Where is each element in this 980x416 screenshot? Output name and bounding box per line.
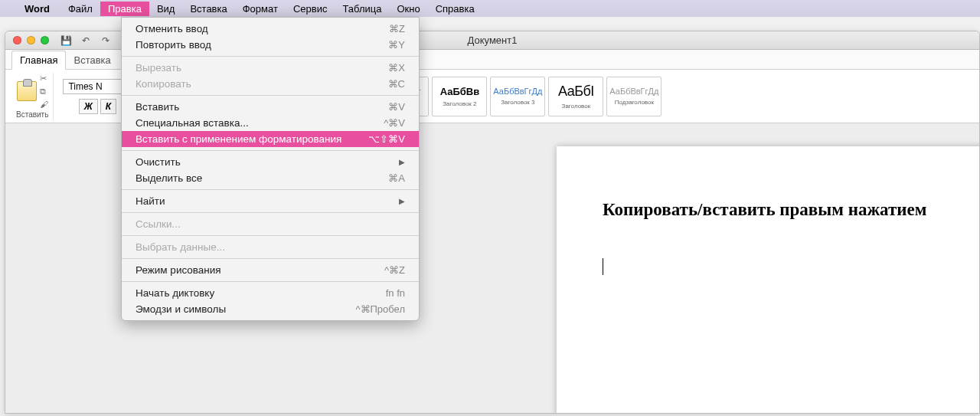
italic-button[interactable]: К: [100, 99, 116, 114]
page[interactable]: Копировать/вставить правым нажатием: [557, 146, 979, 413]
menu-item[interactable]: Режим рисования^⌘Z: [122, 262, 419, 278]
menu-separator: [122, 56, 419, 57]
menu-item[interactable]: Отменить ввод⌘Z: [122, 21, 419, 37]
menu-shortcut: ^⌘V: [384, 117, 405, 129]
redo-icon[interactable]: ↷: [100, 34, 112, 47]
menu-item-label: Вставить с применением форматирования: [136, 133, 341, 145]
menu-separator: [122, 150, 419, 151]
menu-item-label: Режим рисования: [136, 264, 221, 276]
close-icon[interactable]: [13, 36, 21, 44]
menubar-item-сервис[interactable]: Сервис: [286, 2, 335, 16]
quick-access: 💾 ↶ ↷: [60, 34, 112, 47]
app-name[interactable]: Word: [24, 3, 50, 15]
clipboard-group: ✂ ⧉ 🖌 Вставить: [11, 73, 54, 120]
style-card[interactable]: АаБбВвЗаголовок 2: [432, 77, 487, 116]
menubar-item-файл[interactable]: Файл: [60, 2, 100, 16]
style-card[interactable]: АаБбІЗаголовок: [548, 77, 603, 116]
menu-item-label: Специальная вставка...: [136, 117, 249, 129]
traffic-lights: [13, 36, 49, 44]
menu-separator: [122, 212, 419, 213]
menu-item-label: Начать диктовку: [136, 287, 214, 299]
text-cursor: [603, 258, 603, 275]
menu-item[interactable]: Очистить▶: [122, 154, 419, 170]
menu-item[interactable]: Специальная вставка...^⌘V: [122, 115, 419, 131]
menu-item[interactable]: Начать диктовкуfn fn: [122, 285, 419, 301]
menu-separator: [122, 258, 419, 259]
menu-shortcut: ⌘Y: [388, 39, 405, 51]
menu-item-label: Вставить: [136, 101, 179, 113]
menu-item[interactable]: Эмодзи и символы^⌘Пробел: [122, 301, 419, 317]
menu-item[interactable]: Повторить ввод⌘Y: [122, 37, 419, 53]
menubar-item-правка[interactable]: Правка: [100, 2, 149, 16]
menu-shortcut: ⌘X: [388, 62, 405, 74]
menu-item-label: Очистить: [136, 156, 181, 168]
menubar-item-вид[interactable]: Вид: [149, 2, 183, 16]
style-sample: АаБбВвГгДд: [609, 87, 658, 96]
menu-shortcut: ⌘Z: [389, 23, 405, 34]
menubar-item-вставка[interactable]: Вставка: [182, 2, 234, 16]
save-icon[interactable]: 💾: [60, 34, 72, 47]
menu-item-label: Выделить все: [136, 172, 202, 184]
menu-shortcut: ⌘V: [388, 101, 405, 113]
menu-item[interactable]: Вставить⌘V: [122, 99, 419, 115]
bold-button[interactable]: Ж: [79, 99, 98, 114]
document-title: Документ1: [468, 34, 518, 46]
minimize-icon[interactable]: [27, 36, 35, 44]
menu-shortcut: ⌘C: [388, 78, 405, 90]
menu-item-label: Повторить ввод: [136, 39, 211, 51]
style-sample: АаБбІ: [558, 84, 594, 100]
style-card[interactable]: АаБбВвГгДдПодзаголовок: [606, 77, 662, 116]
cut-icon[interactable]: ✂: [40, 74, 48, 84]
style-label: Заголовок 2: [443, 100, 476, 107]
menu-item-label: Найти: [136, 195, 165, 207]
menu-separator: [122, 95, 419, 96]
submenu-arrow-icon: ▶: [399, 197, 405, 205]
edit-menu-dropdown: Отменить ввод⌘ZПовторить ввод⌘YВырезать⌘…: [121, 17, 420, 321]
menubar-item-формат[interactable]: Формат: [235, 2, 286, 16]
copy-icon[interactable]: ⧉: [40, 87, 48, 97]
menubar-item-справка[interactable]: Справка: [428, 2, 482, 16]
menu-item: Ссылки...: [122, 216, 419, 232]
undo-icon[interactable]: ↶: [80, 34, 92, 47]
menu-shortcut: ^⌘Z: [384, 264, 405, 276]
menu-shortcut: ^⌘Пробел: [355, 303, 405, 315]
submenu-arrow-icon: ▶: [399, 158, 405, 166]
style-label: Заголовок: [562, 103, 591, 110]
mac-menubar: Word ФайлПравкаВидВставкаФорматСервисТаб…: [0, 0, 980, 17]
menu-separator: [122, 235, 419, 236]
document-heading: Копировать/вставить правым нажатием: [603, 200, 939, 220]
menu-separator: [122, 189, 419, 190]
menu-shortcut: ⌘A: [388, 172, 405, 184]
paste-icon[interactable]: [17, 81, 37, 101]
menu-item: Вырезать⌘X: [122, 60, 419, 76]
menu-item-label: Ссылки...: [136, 218, 181, 230]
style-label: Подзаголовок: [615, 99, 654, 106]
menubar-item-таблица[interactable]: Таблица: [335, 2, 389, 16]
menu-separator: [122, 281, 419, 282]
menu-item-label: Вырезать: [136, 62, 181, 74]
menu-item: Копировать⌘C: [122, 76, 419, 92]
ribbon-tab[interactable]: Главная: [11, 51, 66, 70]
menu-item-label: Эмодзи и символы: [136, 303, 226, 315]
style-card[interactable]: АаБбВвГгДдЗаголовок 3: [490, 77, 545, 116]
style-sample: АаБбВв: [440, 86, 480, 97]
menubar-item-окно[interactable]: Окно: [389, 2, 427, 16]
format-painter-icon[interactable]: 🖌: [40, 100, 48, 109]
paste-label: Вставить: [16, 110, 48, 119]
menu-shortcut: fn fn: [386, 287, 405, 299]
menu-item-label: Выбрать данные...: [136, 241, 225, 253]
menu-item[interactable]: Выделить все⌘A: [122, 170, 419, 186]
ribbon-tab[interactable]: Вставка: [66, 51, 118, 69]
menu-item[interactable]: Вставить с применением форматирования⌥⇧⌘…: [122, 131, 419, 147]
menu-item-label: Копировать: [136, 78, 191, 90]
zoom-icon[interactable]: [41, 36, 49, 44]
menu-shortcut: ⌥⇧⌘V: [368, 133, 405, 145]
style-label: Заголовок 3: [501, 99, 534, 106]
menu-item: Выбрать данные...: [122, 239, 419, 255]
menu-item-label: Отменить ввод: [136, 23, 208, 34]
style-sample: АаБбВвГгДд: [493, 87, 542, 96]
menu-item[interactable]: Найти▶: [122, 193, 419, 209]
